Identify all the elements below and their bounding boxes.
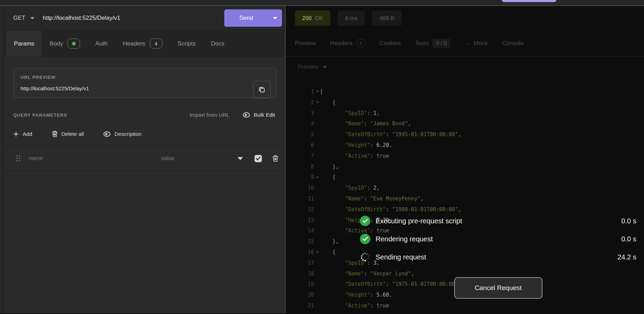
line-number: 14 (286, 225, 314, 236)
line-number: 10 (286, 183, 314, 193)
param-name-input[interactable] (29, 155, 161, 162)
code-text: { (320, 97, 336, 108)
tab-cookies[interactable]: Cookies (379, 40, 401, 47)
param-enabled-checkbox[interactable] (255, 155, 262, 162)
code-text: "Name": "Eve MoneyPenny", (320, 193, 424, 204)
tab-label: Console (502, 40, 524, 47)
fold-arrow-icon[interactable] (315, 172, 320, 183)
bulk-edit-toggle[interactable]: Bulk Edit (243, 112, 275, 118)
send-options-button[interactable] (268, 17, 282, 19)
cancel-request-button[interactable]: Cancel Request (454, 277, 542, 299)
response-view-selector[interactable]: Preview (286, 57, 644, 77)
line-number: 19 (286, 279, 314, 290)
tab-label: Body (50, 40, 63, 47)
code-text: "Active": true (320, 300, 389, 311)
response-meta-bar: 200 OK 6 ms 469 B (286, 6, 644, 31)
code-text: }, (320, 236, 339, 247)
delete-all-button[interactable]: Delete all (52, 131, 84, 137)
code-line: 6 "Height": 6.20, (286, 140, 644, 151)
line-number: 18 (286, 268, 314, 279)
tab-scripts[interactable]: Scripts (170, 31, 203, 57)
copy-icon (258, 86, 266, 93)
line-number: 4 (286, 118, 314, 129)
progress-step-pre-request-script: Executing pre-request script 0.0 s (360, 212, 636, 230)
fold-gutter (315, 183, 320, 193)
code-line: 5 "DateOfBirth": "1945-01-01T00:00:00", (286, 129, 644, 140)
titlebar-accent-button[interactable] (502, 0, 556, 2)
progress-step-label: Executing pre-request script (376, 217, 616, 225)
green-dot-icon (72, 42, 76, 46)
progress-step-sending: Sending request 24.2 s (360, 248, 636, 266)
tab-tests[interactable]: Tests 0 / 0 (415, 39, 450, 48)
fold-gutter (315, 268, 320, 279)
sidebar-rail[interactable] (0, 6, 3, 313)
params-panel: URL PREVIEW http://localhost:5225/Delay/… (3, 57, 285, 313)
plus-icon (13, 131, 19, 137)
code-text: }, (320, 162, 339, 172)
copy-url-button[interactable] (253, 81, 271, 98)
tab-label: Docs (211, 40, 225, 47)
fold-arrow-icon[interactable] (315, 97, 320, 108)
tab-headers[interactable]: Headers 4 (115, 31, 170, 57)
progress-step-label: Sending request (376, 253, 612, 261)
code-text: "Height": 6.20, (320, 140, 392, 151)
url-input[interactable] (43, 15, 224, 22)
eye-icon (103, 131, 111, 137)
line-number: 15 (286, 236, 314, 247)
tab-mock[interactable]: → Mock (465, 40, 488, 47)
code-line: 3 "SpyID": 1, (286, 108, 644, 119)
url-preview-value: http://localhost:5225/Delay/v1 (21, 85, 269, 91)
progress-step-label: Rendering request (376, 235, 616, 243)
check-circle-icon (360, 216, 370, 226)
code-text: "SpyID": 1, (320, 108, 380, 119)
line-number: 1 (286, 86, 314, 97)
tab-label: Auth (95, 40, 107, 47)
code-line: 10 "SpyID": 2, (286, 183, 644, 193)
code-text: "Name": "James Bond", (320, 118, 411, 129)
fold-gutter (315, 236, 320, 247)
tab-label: Preview (295, 40, 316, 47)
eye-icon (243, 112, 250, 118)
code-line: 11 "Name": "Eve MoneyPenny", (286, 193, 644, 204)
query-parameter-actions: Add Delete all (13, 131, 275, 137)
tab-console[interactable]: Console (502, 40, 524, 47)
method-label: GET (13, 15, 25, 22)
tab-params[interactable]: Params (6, 31, 42, 57)
fold-gutter (315, 140, 320, 151)
fold-gutter (315, 204, 320, 215)
url-preview-box: URL PREVIEW http://localhost:5225/Delay/… (13, 68, 276, 98)
tab-label: Headers (330, 40, 352, 47)
add-parameter-button[interactable]: Add (13, 131, 32, 137)
tab-docs[interactable]: Docs (203, 31, 232, 57)
description-toggle[interactable]: Description (103, 131, 142, 137)
fold-arrow-icon[interactable] (315, 86, 320, 97)
line-number: 9 (286, 172, 314, 183)
chevron-down-icon (30, 17, 34, 19)
line-number: 17 (286, 258, 314, 268)
query-parameters-header: QUERY PARAMETERS Import from URL Bulk Ed… (13, 112, 275, 118)
tab-label: Tests (415, 40, 429, 47)
import-from-url-button[interactable]: Import from URL (190, 112, 230, 118)
fold-arrow-icon[interactable] (315, 247, 320, 258)
line-number: 6 (286, 140, 314, 151)
send-button[interactable]: Send (224, 9, 282, 27)
fold-gutter (315, 118, 320, 129)
tab-preview[interactable]: Preview (295, 40, 316, 47)
code-text: "SpyID": 2, (320, 183, 380, 193)
tab-response-headers[interactable]: Headers 4 (330, 39, 365, 47)
trash-icon (52, 131, 58, 137)
line-number: 21 (286, 300, 314, 311)
method-select[interactable]: GET (13, 15, 34, 22)
param-type-chevron-down-icon[interactable] (238, 157, 243, 160)
tab-auth[interactable]: Auth (88, 31, 115, 57)
delete-param-button[interactable] (272, 155, 279, 162)
check-circle-icon (360, 234, 370, 244)
add-label: Add (23, 131, 32, 137)
tab-label: Cookies (379, 40, 401, 47)
param-value-input[interactable] (161, 155, 213, 162)
tab-body[interactable]: Body (42, 31, 88, 57)
description-label: Description (114, 131, 142, 137)
arrow-right-icon: → (465, 40, 470, 47)
drag-handle-icon[interactable] (16, 155, 21, 162)
line-number: 8 (286, 162, 314, 172)
